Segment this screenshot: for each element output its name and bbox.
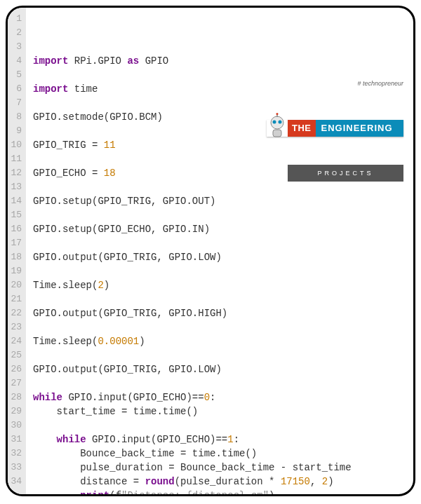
code-line[interactable]: GPIO.output(GPIO_TRIG, GPIO.HIGH)	[33, 306, 408, 320]
code-line[interactable]	[33, 236, 408, 250]
line-number: 7	[11, 96, 22, 110]
line-number: 27	[11, 376, 22, 390]
code-token: GPIO.output(GPIO_TRIG, GPIO.LOW)	[33, 364, 222, 375]
line-number-gutter: 1234567891011121314151617181920212223242…	[8, 8, 26, 494]
code-token: 0.00001	[98, 336, 139, 347]
code-token	[33, 434, 57, 445]
code-line[interactable]: GPIO.setmode(GPIO.BCM)	[33, 110, 408, 124]
line-number: 33	[11, 461, 22, 475]
code-line[interactable]: pulse_duration = Bounce_back_time - star…	[33, 461, 408, 475]
code-line[interactable]	[33, 292, 408, 306]
code-token: 11	[104, 139, 116, 151]
code-line[interactable]	[33, 124, 408, 138]
line-number: 2	[11, 26, 22, 40]
line-number: 22	[11, 306, 22, 320]
line-number: 29	[11, 404, 22, 418]
code-line[interactable]: GPIO.output(GPIO_TRIG, GPIO.LOW)	[33, 250, 408, 264]
code-line[interactable]: while GPIO.input(GPIO_ECHO)==0:	[33, 390, 408, 404]
code-token: )	[269, 490, 274, 496]
code-area[interactable]: # technopreneur THE ENGINEERING	[26, 8, 413, 494]
code-token: GPIO	[145, 55, 169, 67]
code-token: GPIO_TRIG =	[33, 139, 104, 151]
code-token: ,	[310, 476, 322, 487]
code-token: start_time = time.time()	[33, 406, 198, 417]
code-line[interactable]: Bounce_back_time = time.time()	[33, 447, 408, 461]
code-line[interactable]	[33, 96, 408, 110]
code-token: GPIO.input(GPIO_ECHO)==	[68, 392, 203, 403]
code-line[interactable]: GPIO.output(GPIO_TRIG, GPIO.LOW)	[33, 362, 408, 376]
code-token: import	[33, 55, 74, 67]
line-number: 13	[11, 180, 22, 194]
line-number: 24	[11, 334, 22, 348]
code-token: 2	[322, 476, 328, 487]
line-number: 23	[11, 320, 22, 334]
line-number: 14	[11, 194, 22, 208]
code-frame: 1234567891011121314151617181920212223242…	[6, 6, 415, 496]
code-line[interactable]: GPIO_ECHO = 18	[33, 166, 408, 180]
code-token: 1	[227, 434, 233, 445]
code-token: import	[33, 83, 74, 95]
line-number: 5	[11, 68, 22, 82]
code-token: while	[57, 434, 92, 445]
code-line[interactable]: import time	[33, 82, 408, 96]
line-number: 20	[11, 278, 22, 292]
line-number: 8	[11, 110, 22, 124]
line-number: 21	[11, 292, 22, 306]
code-line[interactable]: while GPIO.input(GPIO_ECHO)==1:	[33, 433, 408, 447]
code-line[interactable]: GPIO.setup(GPIO_TRIG, GPIO.OUT)	[33, 194, 408, 208]
code-token: Bounce_back_time = time.time()	[33, 448, 257, 459]
line-number: 17	[11, 236, 22, 250]
code-token: distance =	[33, 476, 145, 487]
code-line[interactable]	[33, 180, 408, 194]
line-number: 26	[11, 362, 22, 376]
line-number: 31	[11, 433, 22, 447]
code-token: :	[210, 392, 215, 403]
line-number: 30	[11, 418, 22, 433]
code-line[interactable]	[33, 320, 408, 334]
code-line[interactable]: print(f"Distance: {distance} cm")	[33, 489, 408, 496]
code-line[interactable]	[33, 418, 408, 433]
code-line[interactable]: distance = round(pulse_duration * 17150,…	[33, 475, 408, 489]
code-line[interactable]	[33, 68, 408, 82]
line-number: 15	[11, 208, 22, 222]
line-number: 12	[11, 166, 22, 180]
line-number: 1	[11, 12, 22, 26]
line-number: 32	[11, 447, 22, 461]
code-token: (pulse_duration *	[175, 476, 281, 487]
code-token: while	[33, 392, 68, 403]
line-number: 6	[11, 82, 22, 96]
code-token: 18	[104, 168, 116, 179]
code-editor[interactable]: 1234567891011121314151617181920212223242…	[8, 8, 413, 494]
code-token	[33, 490, 80, 496]
code-line[interactable]	[33, 152, 408, 166]
code-token: GPIO.input(GPIO_ECHO)==	[92, 434, 227, 445]
code-token: "Distance: {distance} cm"	[121, 490, 269, 496]
line-number: 11	[11, 152, 22, 166]
code-token: print	[80, 490, 109, 496]
code-token: 0	[204, 392, 210, 403]
code-token: Time.sleep(	[33, 336, 98, 347]
code-line[interactable]: Time.sleep(2)	[33, 278, 408, 292]
code-token: GPIO.setup(GPIO_ECHO, GPIO.IN)	[33, 224, 210, 235]
code-line[interactable]: GPIO_TRIG = 11	[33, 138, 408, 152]
code-token: )	[139, 336, 145, 347]
line-number: 16	[11, 222, 22, 236]
code-token: RPi.GPIO	[74, 55, 128, 67]
code-line[interactable]	[33, 348, 408, 362]
code-token: as	[127, 55, 145, 67]
code-line[interactable]: import RPi.GPIO as GPIO	[33, 54, 408, 68]
code-token: GPIO.setup(GPIO_TRIG, GPIO.OUT)	[33, 196, 215, 207]
code-token: GPIO.output(GPIO_TRIG, GPIO.HIGH)	[33, 308, 227, 319]
code-token: GPIO.setmode(GPIO.BCM)	[33, 111, 163, 123]
code-token: GPIO.output(GPIO_TRIG, GPIO.LOW)	[33, 252, 222, 263]
code-line[interactable]	[33, 208, 408, 222]
code-token: pulse_duration = Bounce_back_time - star…	[33, 462, 352, 473]
code-line[interactable]: GPIO.setup(GPIO_ECHO, GPIO.IN)	[33, 222, 408, 236]
code-line[interactable]: start_time = time.time()	[33, 404, 408, 418]
code-line[interactable]	[33, 264, 408, 278]
code-line[interactable]	[33, 376, 408, 390]
line-number: 4	[11, 54, 22, 68]
line-number: 28	[11, 390, 22, 404]
code-line[interactable]: Time.sleep(0.00001)	[33, 334, 408, 348]
code-token: GPIO_ECHO =	[33, 168, 104, 179]
